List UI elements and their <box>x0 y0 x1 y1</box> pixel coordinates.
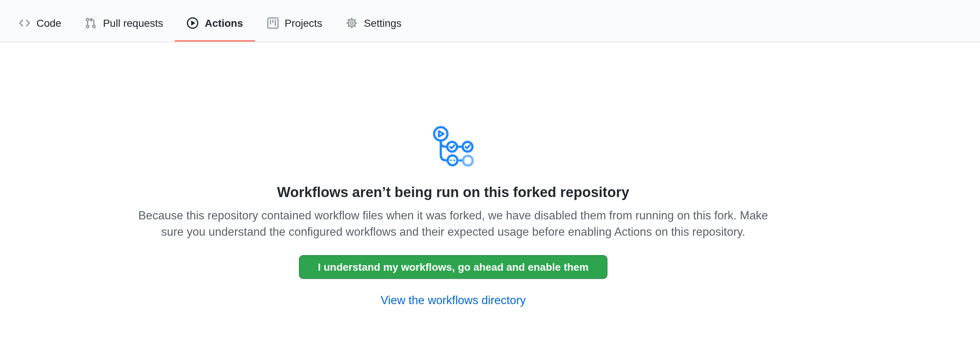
tab-pull-requests[interactable]: Pull requests <box>73 5 175 42</box>
description-line-2: sure you understand the configured workf… <box>0 224 907 240</box>
enable-workflows-button[interactable]: I understand my workflows, go ahead and … <box>299 255 607 279</box>
git-pull-request-icon <box>85 17 97 29</box>
tab-label: Pull requests <box>103 17 163 29</box>
actions-blankslate: Workflows aren’t being run on this forke… <box>0 125 907 307</box>
blankslate-title: Workflows aren’t being run on this forke… <box>0 184 907 202</box>
blankslate-description: Because this repository contained workfl… <box>0 208 907 240</box>
repo-tab-nav: Code Pull requests <box>0 0 980 42</box>
page: Code Pull requests <box>0 0 980 351</box>
tab-code[interactable]: Code <box>7 5 73 42</box>
workflow-graph-icon <box>433 125 474 167</box>
view-workflows-directory-link[interactable]: View the workflows directory <box>381 294 526 307</box>
gear-icon <box>346 17 358 29</box>
tab-projects[interactable]: Projects <box>255 5 334 42</box>
tab-label: Projects <box>285 17 322 29</box>
tab-actions[interactable]: Actions <box>175 5 255 42</box>
project-board-icon <box>267 17 279 29</box>
play-circle-icon <box>187 17 199 29</box>
tab-label: Code <box>37 17 61 29</box>
tab-label: Actions <box>205 17 243 29</box>
description-line-1: Because this repository contained workfl… <box>0 208 907 224</box>
code-icon <box>19 17 30 29</box>
tab-settings[interactable]: Settings <box>334 5 414 42</box>
tab-label: Settings <box>364 17 401 29</box>
